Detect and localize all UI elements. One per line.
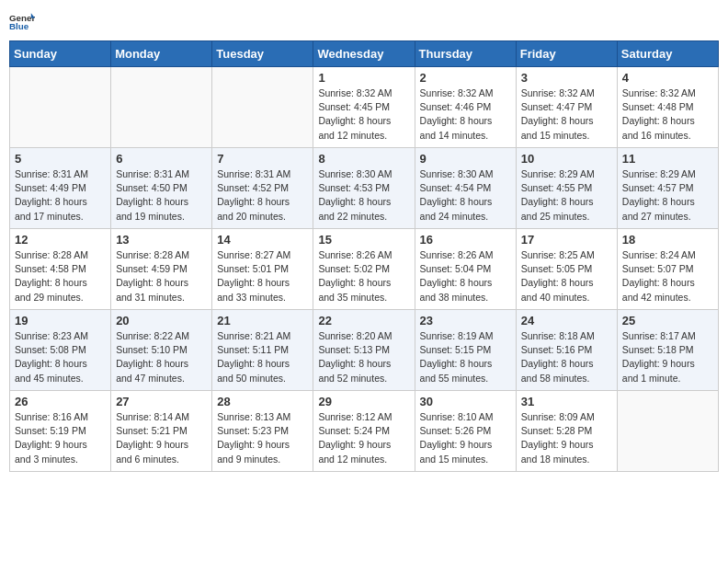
day-number: 25 [622,314,713,327]
day-number: 31 [521,395,612,408]
calendar-row-3: 12Sunrise: 8:28 AMSunset: 4:58 PMDayligh… [10,229,719,310]
day-info: Sunrise: 8:20 AMSunset: 5:13 PMDaylight:… [318,329,409,385]
day-number: 23 [420,314,511,327]
calendar-cell: 31Sunrise: 8:09 AMSunset: 5:28 PMDayligh… [516,391,617,472]
day-info: Sunrise: 8:26 AMSunset: 5:04 PMDaylight:… [420,248,511,304]
day-number: 27 [116,395,207,408]
day-info: Sunrise: 8:18 AMSunset: 5:16 PMDaylight:… [521,329,612,385]
calendar-cell: 15Sunrise: 8:26 AMSunset: 5:02 PMDayligh… [313,229,415,310]
logo: General Blue [9,9,39,35]
day-number: 16 [420,233,511,247]
calendar-cell: 19Sunrise: 8:23 AMSunset: 5:08 PMDayligh… [10,310,111,391]
day-number: 2 [420,71,511,85]
day-info: Sunrise: 8:30 AMSunset: 4:54 PMDaylight:… [420,167,511,224]
calendar-cell [212,67,313,148]
day-number: 12 [15,233,106,247]
calendar-cell: 28Sunrise: 8:13 AMSunset: 5:23 PMDayligh… [212,391,313,472]
calendar-cell: 17Sunrise: 8:25 AMSunset: 5:05 PMDayligh… [516,229,617,310]
day-number: 29 [318,395,409,408]
day-info: Sunrise: 8:17 AMSunset: 5:18 PMDaylight:… [622,329,713,385]
day-number: 14 [217,233,308,247]
day-info: Sunrise: 8:32 AMSunset: 4:46 PMDaylight:… [420,86,511,143]
day-info: Sunrise: 8:25 AMSunset: 5:05 PMDaylight:… [521,248,612,304]
day-info: Sunrise: 8:13 AMSunset: 5:23 PMDaylight:… [217,410,308,466]
calendar-cell: 11Sunrise: 8:29 AMSunset: 4:57 PMDayligh… [617,148,718,229]
calendar-cell: 4Sunrise: 8:32 AMSunset: 4:48 PMDaylight… [617,67,718,148]
day-number: 19 [15,314,106,327]
day-info: Sunrise: 8:28 AMSunset: 4:59 PMDaylight:… [116,248,207,304]
svg-text:Blue: Blue [9,21,29,31]
day-number: 7 [217,152,308,166]
day-info: Sunrise: 8:19 AMSunset: 5:15 PMDaylight:… [420,329,511,385]
day-number: 8 [318,152,409,166]
calendar-cell: 6Sunrise: 8:31 AMSunset: 4:50 PMDaylight… [111,148,212,229]
calendar-cell: 23Sunrise: 8:19 AMSunset: 5:15 PMDayligh… [415,310,516,391]
calendar-cell: 2Sunrise: 8:32 AMSunset: 4:46 PMDaylight… [415,67,516,148]
calendar-row-4: 19Sunrise: 8:23 AMSunset: 5:08 PMDayligh… [10,310,719,391]
calendar-cell: 18Sunrise: 8:24 AMSunset: 5:07 PMDayligh… [617,229,718,310]
day-number: 30 [420,395,511,408]
calendar-table: SundayMondayTuesdayWednesdayThursdayFrid… [9,40,719,472]
day-info: Sunrise: 8:28 AMSunset: 4:58 PMDaylight:… [15,248,106,304]
calendar-cell: 10Sunrise: 8:29 AMSunset: 4:55 PMDayligh… [516,148,617,229]
calendar-cell: 30Sunrise: 8:10 AMSunset: 5:26 PMDayligh… [415,391,516,472]
day-info: Sunrise: 8:32 AMSunset: 4:47 PMDaylight:… [521,86,612,143]
day-info: Sunrise: 8:32 AMSunset: 4:45 PMDaylight:… [318,86,409,143]
calendar-cell: 26Sunrise: 8:16 AMSunset: 5:19 PMDayligh… [10,391,111,472]
header: General Blue [9,9,719,35]
day-number: 18 [622,233,713,247]
day-info: Sunrise: 8:23 AMSunset: 5:08 PMDaylight:… [15,329,106,385]
calendar-cell [111,67,212,148]
day-number: 24 [521,314,612,327]
day-number: 5 [15,152,106,166]
day-number: 26 [15,395,106,408]
calendar-cell: 5Sunrise: 8:31 AMSunset: 4:49 PMDaylight… [10,148,111,229]
calendar-row-2: 5Sunrise: 8:31 AMSunset: 4:49 PMDaylight… [10,148,719,229]
calendar-cell: 9Sunrise: 8:30 AMSunset: 4:54 PMDaylight… [415,148,516,229]
day-number: 6 [116,152,207,166]
day-number: 1 [318,71,409,85]
weekday-header-tuesday: Tuesday [212,41,313,67]
weekday-header-friday: Friday [516,41,617,67]
weekday-header-monday: Monday [111,41,212,67]
day-info: Sunrise: 8:30 AMSunset: 4:53 PMDaylight:… [318,167,409,224]
day-info: Sunrise: 8:24 AMSunset: 5:07 PMDaylight:… [622,248,713,304]
day-info: Sunrise: 8:10 AMSunset: 5:26 PMDaylight:… [420,410,511,466]
calendar-cell: 14Sunrise: 8:27 AMSunset: 5:01 PMDayligh… [212,229,313,310]
weekday-header-wednesday: Wednesday [313,41,415,67]
calendar-cell: 25Sunrise: 8:17 AMSunset: 5:18 PMDayligh… [617,310,718,391]
calendar-cell: 16Sunrise: 8:26 AMSunset: 5:04 PMDayligh… [415,229,516,310]
day-number: 10 [521,152,612,166]
day-info: Sunrise: 8:31 AMSunset: 4:52 PMDaylight:… [217,167,308,224]
calendar-container: General Blue SundayMondayTuesdayWednesda… [9,9,719,472]
day-info: Sunrise: 8:26 AMSunset: 5:02 PMDaylight:… [318,248,409,304]
weekday-header-thursday: Thursday [415,41,516,67]
day-info: Sunrise: 8:32 AMSunset: 4:48 PMDaylight:… [622,86,713,143]
day-number: 21 [217,314,308,327]
day-info: Sunrise: 8:31 AMSunset: 4:50 PMDaylight:… [116,167,207,224]
day-number: 4 [622,71,713,85]
calendar-cell: 7Sunrise: 8:31 AMSunset: 4:52 PMDaylight… [212,148,313,229]
calendar-cell [10,67,111,148]
calendar-cell: 13Sunrise: 8:28 AMSunset: 4:59 PMDayligh… [111,229,212,310]
calendar-cell: 27Sunrise: 8:14 AMSunset: 5:21 PMDayligh… [111,391,212,472]
day-info: Sunrise: 8:27 AMSunset: 5:01 PMDaylight:… [217,248,308,304]
calendar-row-1: 1Sunrise: 8:32 AMSunset: 4:45 PMDaylight… [10,67,719,148]
day-info: Sunrise: 8:16 AMSunset: 5:19 PMDaylight:… [15,410,106,466]
day-number: 22 [318,314,409,327]
day-number: 9 [420,152,511,166]
calendar-cell: 21Sunrise: 8:21 AMSunset: 5:11 PMDayligh… [212,310,313,391]
day-number: 11 [622,152,713,166]
day-number: 15 [318,233,409,247]
calendar-cell: 8Sunrise: 8:30 AMSunset: 4:53 PMDaylight… [313,148,415,229]
day-info: Sunrise: 8:29 AMSunset: 4:57 PMDaylight:… [622,167,713,224]
calendar-cell: 24Sunrise: 8:18 AMSunset: 5:16 PMDayligh… [516,310,617,391]
day-info: Sunrise: 8:22 AMSunset: 5:10 PMDaylight:… [116,329,207,385]
day-info: Sunrise: 8:21 AMSunset: 5:11 PMDaylight:… [217,329,308,385]
calendar-cell: 1Sunrise: 8:32 AMSunset: 4:45 PMDaylight… [313,67,415,148]
day-info: Sunrise: 8:29 AMSunset: 4:55 PMDaylight:… [521,167,612,224]
day-info: Sunrise: 8:12 AMSunset: 5:24 PMDaylight:… [318,410,409,466]
calendar-cell: 12Sunrise: 8:28 AMSunset: 4:58 PMDayligh… [10,229,111,310]
calendar-cell: 29Sunrise: 8:12 AMSunset: 5:24 PMDayligh… [313,391,415,472]
day-number: 17 [521,233,612,247]
